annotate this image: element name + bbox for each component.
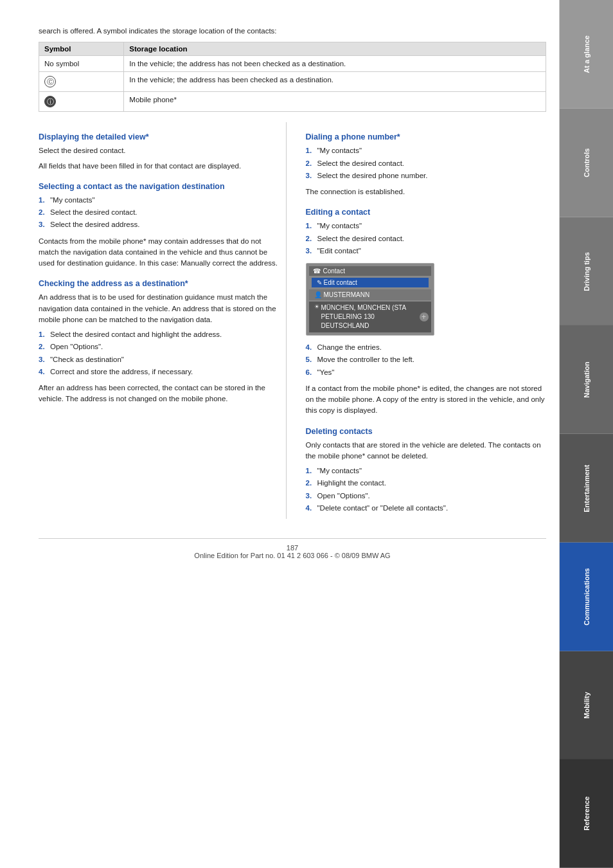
sidebar-label: Reference (583, 797, 591, 831)
checking-title: Checking the address as a destination* (39, 279, 280, 288)
step-num: 2. (306, 233, 315, 244)
checking-outro: After an address has been corrected, the… (39, 383, 280, 405)
table-cell-symbol: ⓘ (39, 92, 124, 112)
step-text: Change the entries. (317, 342, 382, 353)
displaying-title: Displaying the detailed view* (39, 132, 280, 141)
step-text: "Edit contact" (317, 246, 361, 257)
step-text: "My contacts" (50, 195, 95, 206)
page-footer: 187 Online Edition for Part no. 01 41 2 … (39, 538, 546, 559)
sidebar-label: Controls (583, 149, 591, 177)
selecting-nav-title: Selecting a contact as the navigation de… (39, 182, 280, 191)
dialing-title: Dialing a phone number* (306, 132, 547, 141)
address-line2: PETUELRING 130 (321, 312, 426, 321)
list-item: 1. "My contacts" (306, 221, 547, 231)
deleting-title: Deleting contacts (306, 427, 547, 436)
nav-checked-icon: Ⓒ (44, 76, 56, 87)
table-cell-symbol: No symbol (39, 56, 124, 72)
sidebar-item-entertainment[interactable]: Entertainment (560, 434, 613, 543)
list-item: 4. Change the entries. (306, 342, 547, 353)
step-text: "Delete contact" or "Delete all contacts… (317, 503, 449, 514)
sidebar-label: Entertainment (583, 464, 591, 512)
sidebar-item-driving-tips[interactable]: Driving tips (560, 217, 613, 326)
table-row: No symbol In the vehicle; the address ha… (39, 56, 546, 72)
col-header-location: Storage location (124, 42, 546, 56)
step-text: "Yes" (317, 367, 335, 378)
table-cell-location: In the vehicle; the address has been che… (124, 72, 546, 92)
displaying-line2: All fields that have been filled in for … (39, 161, 280, 172)
sidebar-item-controls[interactable]: Controls (560, 109, 613, 217)
address-icon: ☀ (314, 303, 319, 310)
step-num: 3. (306, 170, 315, 181)
list-item: 3. Open "Options". (306, 491, 547, 502)
page-number: 187 (39, 544, 546, 552)
footer-footnote: Online Edition for Part no. 01 41 2 603 … (39, 552, 546, 559)
step-num: 1. (306, 145, 315, 156)
step-text: Highlight the contact. (317, 478, 386, 489)
editing-note: If a contact from the mobile phone* is e… (306, 383, 547, 417)
step-text: Select the desired address. (50, 219, 139, 230)
step-num: 1. (306, 466, 315, 476)
step-num: 1. (306, 221, 315, 231)
sidebar-label: Mobility (583, 692, 591, 719)
sidebar-label: At a glance (583, 35, 591, 73)
cs-edit-label: Edit contact (324, 279, 357, 286)
step-num: 1. (39, 329, 48, 340)
step-text: Move the controller to the left. (317, 354, 415, 365)
list-item: 2. Select the desired contact. (306, 233, 547, 244)
mobile-phone-icon: ⓘ (44, 96, 56, 107)
list-item: 2. Select the desired contact. (306, 158, 547, 169)
step-num: 3. (306, 246, 315, 257)
cs-edit-btn: ✎ Edit contact (312, 278, 429, 287)
sidebar-item-navigation[interactable]: Navigation (560, 325, 613, 434)
edit-icon: ✎ (317, 279, 322, 286)
step-num: 6. (306, 367, 315, 378)
cs-header: ☎ Contact (309, 266, 431, 276)
list-item: 1. "My contacts" (39, 195, 280, 206)
step-num: 3. (306, 491, 315, 502)
list-item: 1. "My contacts" (306, 466, 547, 476)
step-num: 2. (306, 158, 315, 169)
step-text: "My contacts" (317, 221, 362, 231)
list-item: 4. "Delete contact" or "Delete all conta… (306, 503, 547, 514)
sidebar-item-communications[interactable]: Communications (560, 543, 613, 651)
step-text: "My contacts" (317, 466, 362, 476)
step-num: 4. (39, 366, 48, 377)
phone-icon: ☎ (313, 267, 321, 275)
cs-name-text: MUSTERMANN (324, 291, 370, 298)
step-num: 4. (306, 342, 315, 353)
list-item: 3. "Check as destination" (39, 354, 280, 365)
cs-address-row: ☀ MÜNCHEN, MÜNCHEN (STA PETUELRING 130 D… (309, 302, 431, 332)
sidebar-item-at-a-glance[interactable]: At a glance (560, 0, 613, 109)
step-text: Open "Options". (317, 491, 370, 502)
step-num: 3. (39, 354, 48, 365)
cs-address-text: MÜNCHEN, MÜNCHEN (STA PETUELRING 130 DEU… (321, 303, 426, 330)
dialing-steps: 1. "My contacts" 2. Select the desired c… (306, 145, 547, 181)
step-text: "Check as destination" (50, 354, 124, 365)
list-item: 1. Select the desired contact and highli… (39, 329, 280, 340)
list-item: 3. "Edit contact" (306, 246, 547, 257)
list-item: 5. Move the controller to the left. (306, 354, 547, 365)
table-cell-location: Mobile phone* (124, 92, 546, 112)
step-num: 5. (306, 354, 315, 365)
list-item: 3. Select the desired phone number. (306, 170, 547, 181)
cs-plus-icon[interactable]: + (420, 312, 429, 321)
symbol-table: Symbol Storage location No symbol In the… (39, 42, 546, 112)
sidebar-label: Driving tips (583, 252, 591, 291)
list-item: 3. Select the desired address. (39, 219, 280, 230)
person-icon: 👤 (314, 291, 322, 298)
editing-steps: 1. "My contacts" 2. Select the desired c… (306, 221, 547, 257)
editing-extra-steps: 4. Change the entries. 5. Move the contr… (306, 342, 547, 378)
step-text: Correct and store the address, if necess… (50, 366, 193, 377)
step-text: "My contacts" (317, 145, 362, 156)
checking-steps: 1. Select the desired contact and highli… (39, 329, 280, 377)
sidebar-item-reference[interactable]: Reference (560, 759, 613, 868)
list-item: 1. "My contacts" (306, 145, 547, 156)
step-num: 2. (39, 341, 48, 352)
sidebar-item-mobility[interactable]: Mobility (560, 651, 613, 760)
step-text: Select the desired contact. (50, 207, 138, 218)
step-num: 2. (306, 478, 315, 489)
contact-screenshot: ☎ Contact ✎ Edit contact 👤 MUSTERMANN ☀ (306, 263, 434, 336)
col-header-symbol: Symbol (39, 42, 124, 56)
address-line1: MÜNCHEN, MÜNCHEN (STA (321, 303, 426, 312)
intro-text: search is offered. A symbol indicates th… (39, 26, 546, 37)
